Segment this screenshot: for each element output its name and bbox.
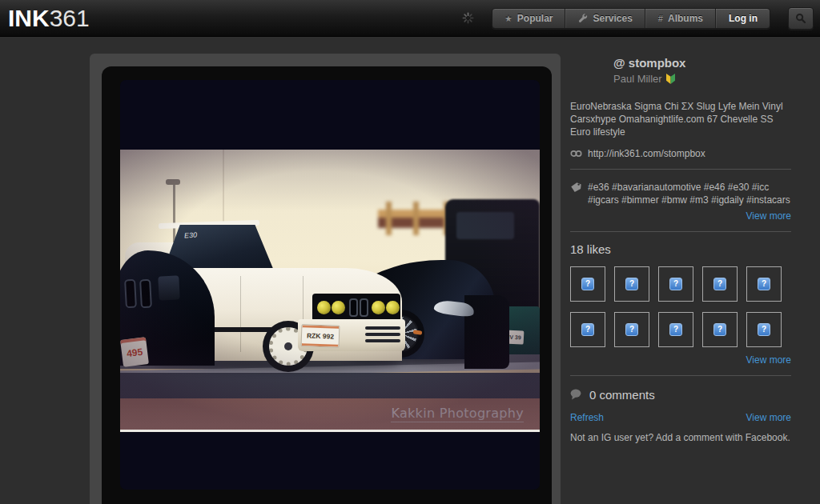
hashtags-row: #e36 #bavarianautomotive #e46 #e30 #icc … [570, 181, 791, 206]
liker-avatar[interactable]: ? [570, 312, 605, 347]
liker-avatar[interactable]: ? [614, 312, 649, 347]
liker-avatar[interactable]: ? [658, 266, 693, 302]
likes-view-more-link[interactable]: View more [746, 354, 791, 366]
photo-watermark: Kakkin Photography [391, 406, 524, 422]
license-plate: 495 [120, 337, 149, 367]
broken-image-icon: ? [713, 323, 726, 336]
kidney-grille [139, 279, 152, 309]
loading-spinner-icon [462, 12, 474, 24]
profile-website-link[interactable]: http://ink361.com/stompbox [588, 148, 705, 159]
profile-fullname-row: Paul Miller [613, 73, 791, 85]
profile-website-row: http://ink361.com/stompbox [570, 148, 791, 159]
profile-username[interactable]: @ stompbox [613, 56, 791, 70]
broken-image-icon: ? [581, 278, 594, 290]
headlight [158, 275, 180, 300]
refresh-link[interactable]: Refresh [570, 412, 604, 423]
broken-image-icon: ? [758, 323, 770, 336]
nav-albums-label: Albums [668, 9, 703, 28]
search-button[interactable] [788, 7, 814, 30]
ink361-page: INK361 ★ Popular Services # [0, 0, 820, 504]
wrench-icon [578, 14, 588, 23]
tag-icon [570, 181, 582, 206]
kidney-grille [349, 298, 358, 317]
broken-image-icon: ? [669, 278, 682, 290]
yellow-headlight [372, 301, 385, 314]
nav-popular-button[interactable]: ★ Popular [492, 9, 566, 28]
nav-albums-button[interactable]: # Albums [645, 9, 716, 28]
divider [570, 231, 791, 232]
profile-block: @ stompbox Paul Miller [613, 56, 791, 85]
tags-view-more-row: View more [570, 210, 791, 222]
media-panel: HV 39 E30 [90, 54, 561, 504]
photo-frame: HV 39 E30 [102, 66, 552, 504]
liker-avatar[interactable]: ? [614, 266, 649, 302]
kidney-grille [124, 279, 137, 309]
windshield-decal: E30 [184, 230, 198, 239]
profile-bio: EuroNebraska Sigma Chi ΣX Slug Lyfe Mein… [570, 100, 791, 139]
yellow-headlight [386, 301, 400, 314]
facebook-note: Not an IG user yet? Add a comment with F… [570, 432, 791, 443]
nav-button-group: ★ Popular Services # Albums Log in [492, 8, 770, 29]
scene-asphalt [120, 373, 540, 399]
likes-count: 18 likes [570, 242, 791, 256]
broken-image-icon: ? [581, 323, 594, 336]
door-seam [240, 276, 241, 352]
tags-view-more-link[interactable]: View more [746, 210, 791, 222]
nav-services-label: Services [593, 9, 632, 28]
white-bmw-e30-bumper: RZK 992 [298, 319, 405, 351]
yellow-headlight [317, 301, 331, 314]
liker-avatar[interactable]: ? [658, 312, 693, 347]
photo-image[interactable]: HV 39 E30 [120, 80, 540, 490]
comments-view-more-link[interactable]: View more [746, 412, 791, 423]
liker-avatar[interactable]: ? [746, 312, 782, 347]
liker-avatar[interactable]: ? [570, 266, 605, 302]
logo-bold: INK [8, 5, 50, 31]
broken-image-icon: ? [713, 278, 726, 290]
broken-image-icon: ? [625, 278, 638, 290]
star-icon: ★ [504, 9, 512, 28]
nav-popular-label: Popular [517, 9, 553, 28]
comments-links-row: Refresh View more [570, 412, 791, 423]
broken-image-icon: ? [758, 278, 770, 290]
nav-login-button[interactable]: Log in [716, 9, 770, 28]
hashtags-text[interactable]: #e36 #bavarianautomotive #e46 #e30 #icc … [588, 181, 791, 206]
beginner-mark-badge-icon [666, 74, 675, 84]
yellow-headlight [332, 301, 345, 314]
liker-avatar[interactable]: ? [702, 266, 738, 302]
logo-light: 361 [50, 5, 90, 31]
profile-fullname: Paul Miller [613, 73, 662, 85]
speech-bubble-icon [570, 389, 582, 400]
broken-image-icon: ? [625, 323, 638, 336]
scene-light-pole-head [166, 179, 180, 185]
comments-header: 0 comments [570, 388, 791, 402]
broken-image-icon: ? [669, 323, 682, 336]
white-bmw-e30-grille [312, 294, 400, 322]
nav-services-button[interactable]: Services [565, 9, 645, 28]
top-navbar: INK361 ★ Popular Services # [0, 0, 820, 37]
sidebar: @ stompbox Paul Miller EuroNebraska Sigm… [570, 48, 791, 443]
photo-scene: HV 39 E30 [120, 150, 540, 432]
liker-avatar[interactable]: ? [702, 312, 738, 347]
divider [570, 169, 791, 170]
comments-count: 0 comments [589, 388, 655, 402]
ink361-logo[interactable]: INK361 [8, 0, 90, 37]
hash-icon: # [658, 9, 663, 28]
kidney-grille [360, 298, 368, 317]
likes-view-more-row: View more [570, 354, 791, 366]
liker-avatar[interactable]: ? [746, 266, 782, 302]
nav-login-label: Log in [729, 9, 758, 28]
link-icon [570, 150, 582, 158]
search-icon [795, 13, 806, 24]
divider [570, 375, 791, 376]
likers-grid: ? ? ? ? ? ? ? ? ? ? [570, 266, 791, 347]
license-plate: RZK 992 [301, 324, 340, 348]
